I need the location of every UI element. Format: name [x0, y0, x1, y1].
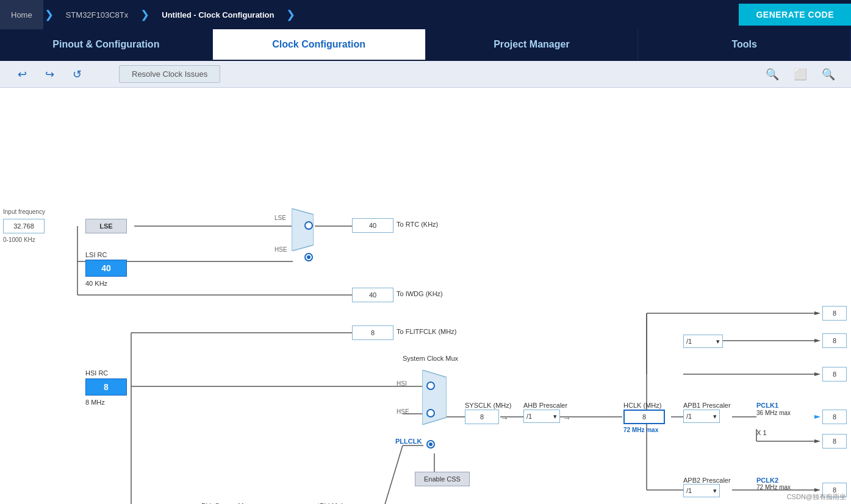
to-flitfclk-label: To FLITFCLK (MHz) [397, 328, 456, 335]
svg-marker-54 [292, 208, 314, 251]
to-iwdg-value[interactable]: 40 [352, 288, 393, 302]
enable-css-button[interactable]: Enable CSS [415, 472, 470, 486]
nav-home[interactable]: Home [0, 0, 43, 29]
zoom-out-icon[interactable]: 🔍 [822, 68, 835, 81]
resolve-clock-button[interactable]: Resolve Clock Issues [119, 65, 220, 83]
redo-button[interactable]: ↪ [40, 65, 60, 84]
nav-chevron-3: ❯ [286, 8, 295, 21]
apb2-prescaler-label: APB2 Prescaler [683, 477, 731, 484]
pllclk-sysclk-radio[interactable] [426, 440, 435, 449]
pclk2-label: PCLK2 [756, 477, 778, 484]
to-iwdg-label: To IWDG (KHz) [397, 290, 443, 297]
reset-button[interactable]: ↺ [67, 65, 87, 84]
svg-marker-49 [814, 439, 820, 443]
svg-marker-45 [814, 311, 820, 315]
to-rtc-label: To RTC (KHz) [397, 221, 438, 228]
sysclk-mux[interactable] [422, 370, 447, 425]
svg-marker-47 [814, 372, 820, 376]
pclk1-max-label: 36 MHz max [756, 410, 791, 416]
svg-marker-46 [814, 339, 820, 343]
tab-bar: Pinout & Configuration Clock Configurati… [0, 29, 851, 61]
generate-code-button[interactable]: GENERATE CODE [739, 4, 851, 26]
undo-button[interactable]: ↩ [12, 65, 32, 84]
lsi-rc-label: LSI RC [85, 251, 107, 258]
pclk1-label: PCLK1 [756, 402, 778, 409]
toolbar: ↩ ↪ ↺ Resolve Clock Issues 🔍 ⬜ 🔍 [0, 61, 851, 88]
input-freq-top-range: 0-1000 KHz [3, 236, 35, 243]
tab-pinout[interactable]: Pinout & Configuration [0, 29, 213, 60]
arrow-sysclk-ahb: → [500, 413, 509, 423]
tab-clock[interactable]: Clock Configuration [213, 29, 426, 60]
lse-box[interactable]: LSE [85, 219, 127, 233]
pllclk-label: PLLCLK [395, 438, 422, 445]
ahb-prescaler-select[interactable]: /1▾ [523, 410, 560, 423]
nav-project[interactable]: Untitled - Clock Configuration [151, 0, 285, 29]
canvas-area: Input frequency 32.768 0-1000 KHz LSE LS… [0, 88, 851, 504]
svg-marker-48 [814, 415, 820, 419]
lsi-value[interactable]: 40 [85, 260, 127, 277]
input-freq-top-value[interactable]: 32.768 [3, 219, 45, 233]
apb1-prescaler-select[interactable]: /1▾ [683, 410, 720, 423]
lsi-khz-label: 40 KHz [85, 280, 107, 287]
svg-line-33 [378, 445, 403, 504]
tab-project[interactable]: Project Manager [426, 29, 639, 60]
nav-chevron-1: ❯ [45, 8, 54, 21]
hclk-mhz-label: HCLK (MHz) [623, 402, 661, 409]
right-out-mid1: 8 [822, 333, 847, 348]
sysclk-value[interactable]: 8 [465, 410, 499, 424]
watermark: CSDN@独有痴雨坐 [787, 492, 846, 502]
hsi-value[interactable]: 8 [85, 378, 127, 396]
svg-marker-50 [814, 488, 820, 492]
lse-lsi-mux[interactable] [292, 208, 314, 251]
nav-chip[interactable]: STM32F103C8Tx [55, 0, 140, 29]
pclk1-out1: 8 [822, 410, 847, 424]
lse-mux-label: LSE [275, 215, 286, 221]
lsi-mux-label: HSE [275, 246, 287, 253]
hclk-value[interactable]: 8 [623, 410, 665, 424]
input-freq-top-label: Input frequency [3, 208, 45, 215]
pclk1-out2: 8 [822, 434, 847, 449]
hsi-sysclk-label: HSI [397, 380, 407, 387]
hse-sysclk-label: HSE [397, 408, 409, 415]
zoom-in-icon[interactable]: 🔍 [766, 68, 779, 81]
pclk2-max-label: 72 MHz max [756, 484, 791, 491]
hsi-rc-label: HSI RC [85, 369, 108, 377]
tab-tools[interactable]: Tools [638, 29, 851, 60]
hsi-mhz-label: 8 MHz [85, 399, 105, 406]
pclk1-x1-label: X 1 [756, 429, 767, 436]
apb1-prescaler-label: APB1 Prescaler [683, 402, 731, 409]
to-rtc-value[interactable]: 40 [352, 218, 393, 233]
sysclk-mhz-label: SYSCLK (MHz) [465, 402, 511, 409]
zoom-fit-icon[interactable]: ⬜ [794, 68, 807, 81]
top-nav: Home ❯ STM32F103C8Tx ❯ Untitled - Clock … [0, 0, 851, 29]
hsi-sysclk-radio[interactable] [426, 382, 435, 390]
ahb-prescaler-label: AHB Prescaler [523, 402, 567, 409]
hse-sysclk-radio[interactable] [426, 409, 435, 417]
apb1-div1-top[interactable]: /1▾ [683, 335, 723, 348]
right-out-mid2: 8 [822, 367, 847, 382]
apb2-prescaler-select[interactable]: /1▾ [683, 484, 720, 497]
hclk-max-label: 72 MHz max [623, 427, 658, 433]
nav-chevron-2: ❯ [140, 8, 149, 21]
lsi-radio[interactable] [304, 253, 313, 261]
to-flitfclk-value[interactable]: 8 [352, 325, 393, 340]
svg-marker-55 [422, 370, 447, 425]
lse-radio[interactable] [304, 221, 313, 230]
right-out-top: 8 [822, 306, 847, 321]
sysclk-mux-label: System Clock Mux [403, 355, 458, 362]
arrow-ahb-hclk: → [562, 413, 571, 423]
